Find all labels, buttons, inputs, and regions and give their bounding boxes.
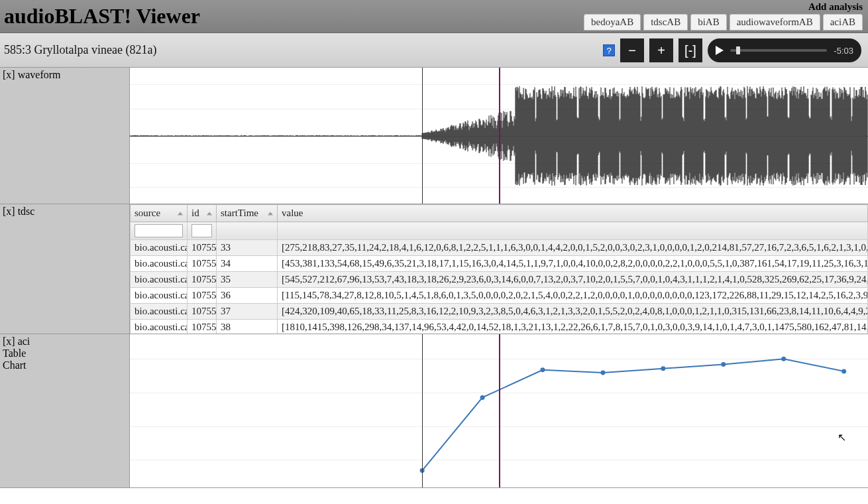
cell-startTime: 36 xyxy=(217,288,278,304)
add-analysis-label[interactable]: Add analysis xyxy=(584,1,863,13)
cell-value: [275,218,83,27,35,11,24,2,18,4,1,6,12,0,… xyxy=(278,240,868,256)
app-title: audioBLAST! Viewer xyxy=(4,4,200,29)
svg-point-2 xyxy=(540,367,545,372)
waveform-panel-label[interactable]: [x] waveform xyxy=(0,68,130,204)
track-bar: 585:3 Gryllotalpa vineae (821a) ? − + [-… xyxy=(0,33,868,68)
cell-id: 10755 xyxy=(188,240,217,256)
col-header-startTime[interactable]: startTime xyxy=(217,205,278,222)
tdsc-close[interactable]: [x] tdsc xyxy=(3,206,34,217)
cell-value: [424,320,109,40,65,18,33,11,25,8,3,16,12… xyxy=(278,304,868,320)
cell-id: 10755 xyxy=(188,288,217,304)
aci-panel: [x] aci Table Chart xyxy=(0,334,868,488)
svg-point-4 xyxy=(661,366,665,371)
zoom-out-button[interactable]: − xyxy=(620,38,644,62)
filter-value-cell xyxy=(278,222,868,240)
analysis-tab-bedoyaAB[interactable]: bedoyaAB xyxy=(584,14,641,31)
cell-value: [1810,1415,398,126,298,34,137,14,96,53,4… xyxy=(278,320,868,334)
sort-arrow-icon[interactable] xyxy=(178,212,183,215)
svg-point-7 xyxy=(841,369,846,373)
table-row[interactable]: bio.acousti.ca1075535[545,527,212,67,96,… xyxy=(131,272,868,288)
cell-value: [545,527,212,67,96,13,53,7,43,18,3,18,26… xyxy=(278,272,868,288)
cell-source: bio.acousti.ca xyxy=(131,272,188,288)
analysis-tab-biAB[interactable]: biAB xyxy=(690,14,727,31)
cell-id: 10755 xyxy=(188,272,217,288)
aci-cursor-a[interactable] xyxy=(422,334,423,487)
seek-thumb[interactable] xyxy=(736,46,740,54)
help-icon[interactable]: ? xyxy=(603,44,615,56)
aci-chart-link[interactable]: Chart xyxy=(3,359,127,371)
table-row[interactable]: bio.acousti.ca1075533[275,218,83,27,35,1… xyxy=(131,240,868,256)
cell-source: bio.acousti.ca xyxy=(131,304,188,320)
zoom-in-button[interactable]: + xyxy=(649,38,673,62)
cell-startTime: 38 xyxy=(217,320,278,334)
analysis-block: Add analysis bedoyaABtdscABbiABaudiowave… xyxy=(584,1,863,31)
seek-slider[interactable] xyxy=(730,49,827,52)
track-title: 585:3 Gryllotalpa vineae (821a) xyxy=(4,43,156,57)
cell-startTime: 34 xyxy=(217,256,278,272)
analysis-tab-audiowaveformAB[interactable]: audiowaveformAB xyxy=(730,14,820,31)
svg-point-5 xyxy=(721,362,726,367)
time-remaining: -5:03 xyxy=(834,46,853,56)
waveform-cursor-b[interactable] xyxy=(499,68,500,204)
cell-source: bio.acousti.ca xyxy=(131,240,188,256)
svg-point-3 xyxy=(600,370,605,375)
app-header: audioBLAST! Viewer Add analysis bedoyaAB… xyxy=(0,0,868,33)
aci-panel-label: [x] aci Table Chart xyxy=(0,334,130,487)
sort-arrow-icon[interactable] xyxy=(268,212,273,215)
cell-id: 10755 xyxy=(188,304,217,320)
audio-player: -5:03 xyxy=(708,38,861,62)
col-header-value[interactable]: value xyxy=(278,205,868,222)
cell-id: 10755 xyxy=(188,320,217,334)
cell-source: bio.acousti.ca xyxy=(131,256,188,272)
tdsc-table: sourceidstartTimevalue bio.acousti.ca107… xyxy=(130,204,868,334)
cell-startTime: 33 xyxy=(217,240,278,256)
table-row[interactable]: bio.acousti.ca1075536[115,145,78,34,27,8… xyxy=(131,288,868,304)
waveform-cursor-a[interactable] xyxy=(422,68,423,204)
waveform-body[interactable] xyxy=(130,68,868,204)
aci-table-link[interactable]: Table xyxy=(3,347,127,359)
svg-point-1 xyxy=(480,395,485,400)
zoom-reset-button[interactable]: [-] xyxy=(678,38,702,62)
filter-id-input[interactable] xyxy=(191,224,212,237)
cell-source: bio.acousti.ca xyxy=(131,288,188,304)
table-row[interactable]: bio.acousti.ca1075534[453,381,133,54,68,… xyxy=(131,256,868,272)
filter-starttime-cell xyxy=(217,222,278,240)
waveform-panel: [x] waveform xyxy=(0,68,868,204)
aci-body[interactable] xyxy=(130,334,868,487)
sort-arrow-icon[interactable] xyxy=(207,212,212,215)
col-header-id[interactable]: id xyxy=(188,205,217,222)
aci-close[interactable]: [x] aci xyxy=(3,336,127,347)
tdsc-panel: [x] tdsc sourceidstartTimevalue bio.acou… xyxy=(0,204,868,334)
cell-source: bio.acousti.ca xyxy=(131,320,188,334)
filter-source-input[interactable] xyxy=(135,224,183,237)
tdsc-body: sourceidstartTimevalue bio.acousti.ca107… xyxy=(130,204,868,334)
cell-startTime: 35 xyxy=(217,272,278,288)
aci-cursor-b[interactable] xyxy=(499,334,500,487)
col-header-source[interactable]: source xyxy=(131,205,188,222)
play-icon[interactable] xyxy=(716,46,724,55)
cell-value: [115,145,78,34,27,8,12,8,10,5,1,4,5,1,8,… xyxy=(278,288,868,304)
analysis-tab-tdscAB[interactable]: tdscAB xyxy=(643,14,688,31)
svg-point-6 xyxy=(781,357,786,361)
cell-id: 10755 xyxy=(188,256,217,272)
tdsc-panel-label[interactable]: [x] tdsc xyxy=(0,204,130,334)
analysis-tab-aciAB[interactable]: aciAB xyxy=(823,14,863,31)
cell-startTime: 37 xyxy=(217,304,278,320)
cell-value: [453,381,133,54,68,15,49,6,35,21,3,18,17… xyxy=(278,256,868,272)
controls: ? − + [-] -5:03 xyxy=(603,38,861,62)
waveform-close[interactable]: [x] waveform xyxy=(3,69,61,80)
table-row[interactable]: bio.acousti.ca1075538[1810,1415,398,126,… xyxy=(131,320,868,334)
table-row[interactable]: bio.acousti.ca1075537[424,320,109,40,65,… xyxy=(131,304,868,320)
